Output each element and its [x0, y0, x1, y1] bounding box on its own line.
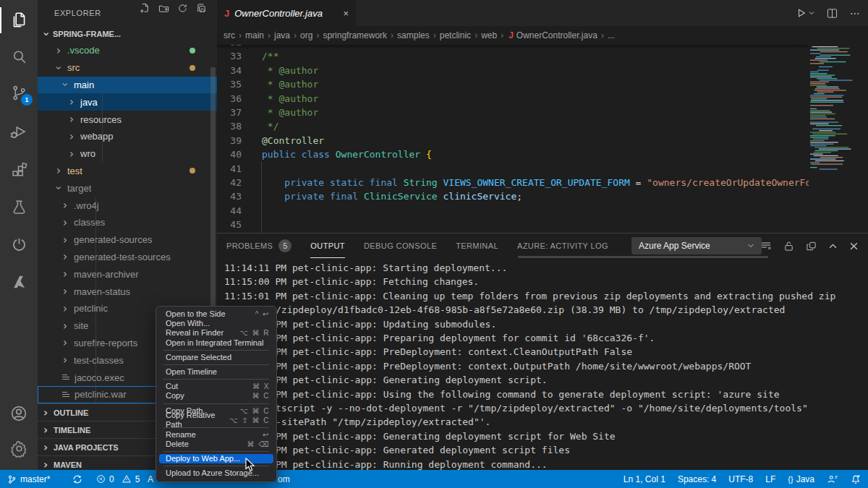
context-menu-item-open-to-the-side[interactable]: Open to the Side^ ↩: [156, 309, 276, 319]
status-fragment-om[interactable]: om: [278, 470, 290, 488]
feedback-icon[interactable]: [827, 474, 838, 484]
tree-item-wro4j[interactable]: ›.wro4j: [38, 197, 217, 214]
context-menu-item-open-timeline[interactable]: Open Timeline: [156, 367, 276, 377]
split-editor-icon[interactable]: [827, 8, 838, 19]
context-menu-item-reveal-in-finder[interactable]: Reveal in Finder⌥ ⌘ R: [156, 328, 276, 338]
source-control-icon[interactable]: 1: [0, 75, 38, 110]
encoding[interactable]: UTF-8: [728, 474, 753, 484]
tree-item-maven-status[interactable]: ›maven-status: [38, 283, 217, 300]
line-number: 37: [217, 106, 242, 119]
settings-gear-icon[interactable]: [0, 431, 38, 466]
open-output-in-editor-icon[interactable]: [806, 241, 817, 252]
context-menu-item-compare-selected[interactable]: Compare Selected: [156, 353, 276, 362]
line-number: 34: [217, 64, 242, 77]
panel-tab-problems[interactable]: PROBLEMS5: [226, 234, 292, 258]
azure-icon[interactable]: [0, 265, 38, 299]
breadcrumb-src[interactable]: src: [224, 30, 235, 40]
context-menu-item-copy-relative-path[interactable]: Copy Relative Path⌥ ⇧ ⌘ C: [156, 416, 276, 425]
breadcrumb-main[interactable]: main: [245, 30, 264, 40]
refresh-icon[interactable]: [177, 3, 188, 14]
editor-tab-bar: J OwnerController.java × ⋯: [217, 0, 868, 26]
tree-item-src[interactable]: ›src: [38, 59, 217, 77]
breadcrumb-symbol[interactable]: ...: [608, 30, 615, 40]
clear-output-icon[interactable]: [760, 240, 772, 252]
explorer-section-header[interactable]: › SPRING-FRAME...: [38, 26, 217, 42]
spring-boot-icon[interactable]: [0, 227, 38, 262]
chevron-right-icon: ›: [42, 409, 49, 416]
breadcrumb-petclinic[interactable]: petclinic: [440, 30, 471, 40]
tree-item-resources[interactable]: ›resources: [38, 111, 217, 128]
tree-item-vscode[interactable]: ›.vscode: [38, 42, 217, 59]
output-log[interactable]: 11:14:11 PM pet-clinic-app: Starting dep…: [224, 261, 868, 470]
panel-tab-debug-console[interactable]: DEBUG CONSOLE: [364, 234, 437, 258]
notifications-bell-icon[interactable]: [851, 474, 861, 484]
tree-item-test[interactable]: ›test: [38, 163, 217, 180]
new-folder-icon[interactable]: [158, 3, 169, 14]
account-icon[interactable]: [0, 396, 38, 431]
tree-item-webapp[interactable]: ›webapp: [38, 128, 217, 145]
tree-item-main[interactable]: ›main: [38, 77, 217, 94]
maximize-panel-icon[interactable]: [828, 241, 838, 251]
language-mode[interactable]: {} Java: [788, 474, 814, 484]
close-panel-icon[interactable]: [849, 241, 859, 251]
errors-icon: [96, 474, 106, 484]
new-file-icon[interactable]: [140, 3, 150, 14]
menu-separator: [163, 451, 269, 452]
tree-item-classes[interactable]: ›classes: [38, 214, 217, 231]
tree-item-wro[interactable]: ›wro: [38, 145, 217, 163]
search-icon[interactable]: [0, 39, 38, 74]
indentation[interactable]: Spaces: 4: [678, 474, 716, 484]
sync-item[interactable]: [72, 470, 82, 488]
code-line-43: 43 private final ClinicService clinicSer…: [217, 189, 809, 203]
problems-item[interactable]: 0 5: [96, 470, 140, 488]
output-channel-dropdown[interactable]: Azure App Service: [631, 237, 762, 254]
context-menu-item-copy[interactable]: Copy⌘ C: [156, 391, 276, 401]
run-and-debug-icon[interactable]: [0, 114, 38, 149]
breadcrumb-java[interactable]: java: [274, 30, 290, 40]
context-menu-item-deploy-to-web-app[interactable]: Deploy to Web App...: [159, 454, 273, 463]
collapse-all-icon[interactable]: [196, 3, 207, 14]
extensions-icon[interactable]: [0, 153, 38, 188]
context-menu-item-rename[interactable]: Rename↩: [156, 430, 276, 440]
more-actions-icon[interactable]: ⋯: [850, 7, 861, 19]
run-button[interactable]: [796, 8, 814, 18]
chevron-separator: ›: [391, 30, 393, 40]
breadcrumb-web[interactable]: web: [481, 30, 497, 40]
cursor-position[interactable]: Ln 1, Col 1: [624, 474, 665, 484]
java-file-icon: J: [509, 30, 514, 40]
context-menu-item-open-in-integrated-terminal[interactable]: Open in Integrated Terminal: [156, 338, 276, 348]
eol-sequence[interactable]: LF: [765, 474, 775, 484]
keyboard-shortcut: ⌘ ⌫: [247, 440, 270, 449]
panel-tab-azure-activity-log[interactable]: AZURE: ACTIVITY LOG: [517, 234, 608, 258]
status-fragment-a[interactable]: A: [148, 470, 153, 488]
chevron-separator: ›: [268, 30, 271, 40]
panel-tabs-scrollbar[interactable]: [518, 256, 768, 258]
unlock-icon[interactable]: [783, 241, 794, 252]
tree-item-java[interactable]: ›java: [38, 93, 217, 111]
code-editor[interactable]: 3233/**34 * @author35 * @author36 * @aut…: [217, 45, 809, 233]
context-menu-item-delete[interactable]: Delete⌘ ⌫: [156, 440, 276, 449]
breadcrumb-springframework[interactable]: springframework: [323, 30, 387, 40]
keyboard-shortcut: ⌘ C: [252, 391, 271, 401]
tab-ownercontroller[interactable]: J OwnerController.java ×: [217, 0, 356, 26]
tree-item-target[interactable]: ›target: [38, 179, 217, 197]
chevron-right-icon: ›: [68, 116, 75, 123]
testing-icon[interactable]: [0, 189, 38, 224]
context-menu-item-cut[interactable]: Cut⌘ X: [156, 382, 276, 391]
tab-close-icon[interactable]: ×: [343, 8, 349, 19]
breadcrumb-samples[interactable]: samples: [397, 30, 430, 40]
git-branch-item[interactable]: master*: [7, 470, 50, 488]
panel-tab-output[interactable]: OUTPUT: [310, 234, 345, 258]
breadcrumb-org[interactable]: org: [300, 30, 312, 40]
panel-tab-terminal[interactable]: TERMINAL: [456, 234, 498, 258]
context-menu-item-upload-to-azure-storage[interactable]: Upload to Azure Storage...: [156, 468, 276, 478]
context-menu-item-open-with[interactable]: Open With...: [156, 319, 276, 328]
tree-item-maven-archiver[interactable]: ›maven-archiver: [38, 265, 217, 283]
braces-icon: {}: [788, 475, 793, 484]
tree-item-generated-test-sources[interactable]: ›generated-test-sources: [38, 249, 217, 266]
breadcrumb-file[interactable]: OwnerController.java: [516, 30, 597, 40]
tree-item-generated-sources[interactable]: ›generated-sources: [38, 231, 217, 249]
minimap[interactable]: [809, 46, 854, 176]
explorer-icon[interactable]: [0, 3, 38, 38]
sidebar-scrollbar[interactable]: [210, 67, 216, 306]
